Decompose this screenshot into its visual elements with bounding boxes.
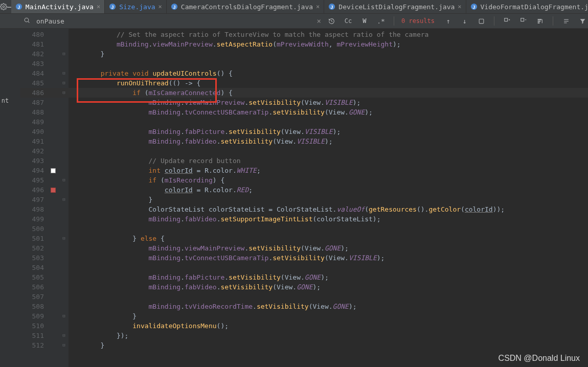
- editor-tab[interactable]: JDeviceListDialogFragment.java×: [324, 0, 466, 13]
- line-number[interactable]: 483: [20, 59, 47, 68]
- line-number[interactable]: 498: [20, 204, 47, 214]
- line-number[interactable]: 500: [20, 224, 47, 234]
- close-icon[interactable]: ×: [458, 3, 461, 10]
- code-line[interactable]: if (mIsRecording) {: [69, 175, 588, 185]
- gear-icon[interactable]: [0, 0, 7, 13]
- line-number[interactable]: 489: [20, 117, 47, 127]
- tool-window-label[interactable]: nt: [0, 97, 10, 104]
- line-number[interactable]: 480: [20, 30, 47, 39]
- fold-toggle-icon[interactable]: ⊟: [62, 49, 65, 59]
- line-number[interactable]: 504: [20, 263, 47, 272]
- line-number[interactable]: 493: [20, 156, 47, 166]
- fold-toggle-icon[interactable]: ⊟: [62, 195, 65, 204]
- clear-icon[interactable]: ×: [317, 17, 321, 25]
- code-line[interactable]: [69, 146, 588, 156]
- line-number[interactable]: 508: [20, 302, 47, 311]
- line-number[interactable]: 491: [20, 136, 47, 146]
- editor-area[interactable]: 4804814824834844854864874884894904914924…: [0, 29, 588, 367]
- line-number[interactable]: 499: [20, 214, 47, 224]
- code-line[interactable]: [69, 224, 588, 234]
- line-number[interactable]: 501: [20, 234, 47, 243]
- code-line[interactable]: runOnUiThread(() -> {: [69, 78, 588, 88]
- line-number[interactable]: 507: [20, 292, 47, 302]
- fold-toggle-icon[interactable]: ⊟: [62, 331, 65, 340]
- marker-gutter[interactable]: [47, 29, 59, 367]
- prev-match-icon[interactable]: ↑: [443, 15, 454, 27]
- fold-gutter[interactable]: ⊟⊟⊟⊟⊟⊟⊟⊟⊟⊟: [59, 29, 69, 367]
- code-line[interactable]: mBinding.fabVideo.setVisibility(View.GON…: [69, 282, 588, 292]
- line-number[interactable]: 510: [20, 321, 47, 331]
- line-number[interactable]: 502: [20, 243, 47, 253]
- line-number[interactable]: 509: [20, 311, 47, 321]
- editor-tab[interactable]: JCameraControlsDialogFragment.java×: [167, 0, 325, 13]
- hide-tool-icon[interactable]: —: [7, 0, 11, 13]
- fold-toggle-icon[interactable]: ⊟: [62, 68, 65, 78]
- regex-toggle[interactable]: .*: [375, 15, 387, 27]
- line-number[interactable]: 485: [20, 78, 47, 88]
- code-line[interactable]: // Update record button: [69, 156, 588, 166]
- line-number[interactable]: 506: [20, 282, 47, 292]
- code-line[interactable]: mBinding.fabVideo.setSupportImageTintLis…: [69, 214, 588, 224]
- code-line[interactable]: mBinding.tvVideoRecordTime.setVisibility…: [69, 302, 588, 311]
- code-line[interactable]: mBinding.fabVideo.setVisibility(View.VIS…: [69, 136, 588, 146]
- code-line[interactable]: } else {: [69, 234, 588, 243]
- editor-tab[interactable]: JSize.java×: [105, 0, 167, 13]
- line-number[interactable]: 490: [20, 127, 47, 136]
- match-case-toggle[interactable]: Cc: [343, 15, 354, 27]
- code-line[interactable]: mBinding.viewMainPreview.setVisibility(V…: [69, 243, 588, 253]
- search-input[interactable]: [35, 17, 180, 26]
- code-line[interactable]: mBinding.viewMainPreview.setAspectRatio(…: [69, 39, 588, 49]
- code-line[interactable]: int colorId = R.color.WHITE;: [69, 166, 588, 175]
- line-number[interactable]: 495: [20, 175, 47, 185]
- line-number[interactable]: 511: [20, 331, 47, 340]
- line-number[interactable]: 484: [20, 68, 47, 78]
- history-icon[interactable]: [326, 15, 337, 27]
- code-line[interactable]: [69, 59, 588, 68]
- line-number[interactable]: 503: [20, 253, 47, 263]
- code-line[interactable]: }: [69, 195, 588, 204]
- code-line[interactable]: mBinding.viewMainPreview.setVisibility(V…: [69, 98, 588, 107]
- filter-icon[interactable]: [577, 15, 588, 27]
- close-icon[interactable]: ×: [159, 3, 162, 10]
- line-number[interactable]: 487: [20, 98, 47, 107]
- code-line[interactable]: private void updateUIControls() {: [69, 68, 588, 78]
- code-line[interactable]: // Set the aspect ratio of TextureView t…: [69, 30, 588, 39]
- code-line[interactable]: invalidateOptionsMenu();: [69, 321, 588, 331]
- code-line[interactable]: }: [69, 311, 588, 321]
- breakpoint-icon[interactable]: [51, 188, 56, 193]
- add-selection-icon[interactable]: [502, 15, 513, 27]
- code-line[interactable]: ColorStateList colorStateList = ColorSta…: [69, 204, 588, 214]
- code-area[interactable]: // Set the aspect ratio of TextureView t…: [69, 29, 588, 367]
- code-line[interactable]: mBinding.tvConnectUSBCameraTip.setVisibi…: [69, 107, 588, 117]
- line-number[interactable]: 497: [20, 195, 47, 204]
- line-number[interactable]: 486: [20, 88, 47, 98]
- editor-tab[interactable]: JMainActivity.java×: [11, 0, 105, 13]
- code-line[interactable]: [69, 117, 588, 127]
- code-line[interactable]: [69, 263, 588, 272]
- fold-toggle-icon[interactable]: ⊟: [62, 311, 65, 321]
- line-number[interactable]: 481: [20, 39, 47, 49]
- code-line[interactable]: }: [69, 49, 588, 59]
- code-line[interactable]: if (mIsCameraConnected) {: [69, 88, 588, 98]
- line-number[interactable]: 496: [20, 185, 47, 195]
- editor-tab[interactable]: JVideoFormatDialogFragment.java×: [466, 0, 588, 13]
- bookmark-white-icon[interactable]: [51, 168, 56, 173]
- select-all-icon[interactable]: [476, 15, 487, 27]
- fold-toggle-icon[interactable]: ⊟: [62, 88, 65, 98]
- line-number[interactable]: 512: [20, 340, 47, 350]
- fold-toggle-icon[interactable]: ⊟: [62, 78, 65, 88]
- fold-toggle-icon[interactable]: ⊟: [62, 175, 65, 185]
- close-icon[interactable]: ×: [97, 3, 100, 10]
- code-line[interactable]: mBinding.fabPicture.setVisibility(View.V…: [69, 127, 588, 136]
- next-match-icon[interactable]: ↓: [459, 15, 470, 27]
- line-number[interactable]: 492: [20, 146, 47, 156]
- code-line[interactable]: mBinding.fabPicture.setVisibility(View.G…: [69, 272, 588, 282]
- fold-toggle-icon[interactable]: ⊟: [62, 234, 65, 243]
- line-number-gutter[interactable]: 4804814824834844854864874884894904914924…: [20, 29, 47, 367]
- code-line[interactable]: });: [69, 331, 588, 340]
- words-toggle[interactable]: W: [359, 15, 370, 27]
- remove-selection-icon[interactable]: [518, 15, 529, 27]
- settings-icon[interactable]: [560, 15, 572, 27]
- code-line[interactable]: mBinding.tvConnectUSBCameraTip.setVisibi…: [69, 253, 588, 263]
- fold-toggle-icon[interactable]: ⊟: [62, 340, 65, 350]
